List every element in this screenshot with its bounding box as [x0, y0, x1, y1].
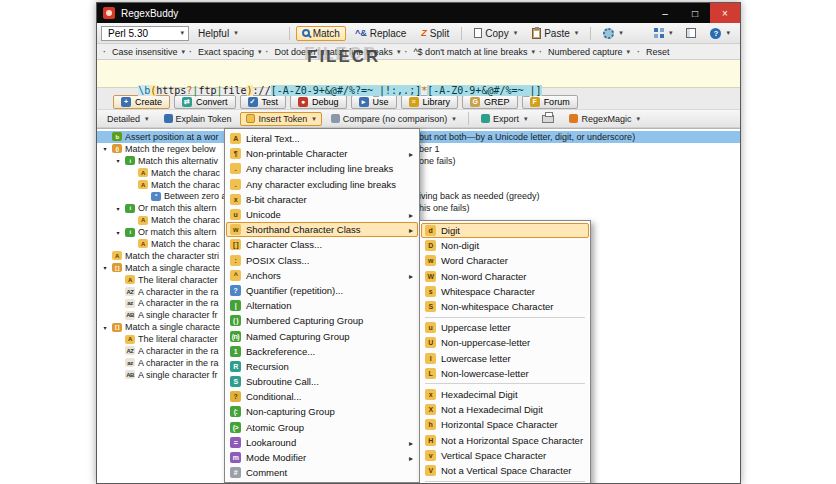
regex-option-dropdown[interactable]: Exact spacing: [187, 47, 264, 57]
tree-node-label: Match the charac: [151, 168, 220, 178]
create-page-toolbar: Detailed Explain Token Insert Token Comp…: [97, 110, 740, 128]
submenu-item[interactable]: u Uppercase letter: [421, 320, 589, 335]
menu-item[interactable]: [ ] Character Class...: [226, 237, 418, 252]
menu-item[interactable]: # Comment: [226, 465, 418, 480]
match-button[interactable]: Match: [296, 26, 346, 41]
submenu-item[interactable]: U Non-uppercase-letter: [421, 335, 589, 350]
regexmagic-dropdown[interactable]: RegexMagic: [563, 112, 646, 126]
menu-item[interactable]: (: Non-capturing Group: [226, 404, 418, 419]
regex-option-dropdown[interactable]: Case insensitive: [101, 47, 187, 57]
menu-item[interactable]: A Literal Text...: [226, 131, 418, 146]
expander-icon[interactable]: ▾: [114, 157, 122, 164]
expander-icon[interactable]: ▾: [101, 145, 109, 152]
page-tab[interactable]: ⇄ Convert: [174, 95, 236, 109]
submenu-item[interactable]: l Lowercase letter: [421, 351, 589, 366]
tab-label: Create: [135, 97, 162, 107]
regex-token: [-A-Z0-9+&@#/%?=~_|!:,.;]: [271, 85, 422, 96]
caret-down-icon: [452, 115, 456, 123]
page-tab[interactable]: G GREP: [462, 95, 518, 109]
menu-item[interactable]: (n) Named Capturing Group: [226, 328, 418, 343]
submenu-item[interactable]: w Word Character: [421, 253, 589, 268]
menu-item-icon: ^: [230, 270, 241, 281]
maximize-button[interactable]: □: [680, 3, 710, 23]
tab-icon: +: [121, 97, 131, 107]
menu-item[interactable]: x 8-bit character: [226, 192, 418, 207]
menu-item[interactable]: . Any character excluding line breaks: [226, 177, 418, 192]
panels-button[interactable]: [680, 26, 702, 41]
minimize-button[interactable]: –: [650, 3, 680, 23]
close-button[interactable]: ×: [710, 3, 740, 23]
page-tab[interactable]: F Forum: [522, 95, 578, 109]
submenu-item[interactable]: s Whitespace Character: [421, 284, 589, 299]
regex-editor[interactable]: \b(https?|ftp|file)://[-A-Z0-9+&@#/%?=~_…: [97, 60, 740, 88]
submenu-item[interactable]: D Non-digit: [421, 238, 589, 253]
copy-button[interactable]: Copy: [468, 26, 523, 41]
page-tab[interactable]: + Create: [113, 95, 170, 109]
flavor-select[interactable]: Perl 5.30: [101, 26, 189, 41]
reset-button[interactable]: Reset: [635, 47, 672, 57]
expander-icon[interactable]: ▾: [101, 264, 109, 271]
tree-node-label: A character in the ra: [138, 346, 219, 356]
insert-token-button[interactable]: Insert Token: [240, 112, 321, 126]
caret-down-icon: [619, 29, 623, 37]
page-tab[interactable]: ▸ Use: [351, 95, 397, 109]
regex-token: file: [222, 85, 246, 96]
menu-item[interactable]: | Alternation: [226, 298, 418, 313]
tab-icon: ⇄: [182, 97, 192, 107]
page-tab[interactable]: ● Debug: [290, 95, 347, 109]
submenu-item[interactable]: W Non-word Character: [421, 269, 589, 284]
export-dropdown[interactable]: Export: [475, 112, 534, 126]
settings-dropdown[interactable]: [597, 26, 629, 41]
caret-down-icon: [669, 29, 673, 37]
regex-option-dropdown[interactable]: ^$ don't match at line breaks: [402, 47, 537, 57]
menu-item[interactable]: ? Conditional...: [226, 389, 418, 404]
tree-node-icon: az: [125, 358, 135, 367]
menu-item[interactable]: ? Quantifier (repetition)...: [226, 283, 418, 298]
submenu-item[interactable]: L Non-lowercase-letter: [421, 366, 589, 381]
submenu-item[interactable]: [421, 478, 589, 484]
submenu-item[interactable]: V Not a Vertical Space Character: [421, 463, 589, 478]
help-dropdown[interactable]: [704, 26, 736, 41]
menu-item[interactable]: = Lookaround: [226, 435, 418, 450]
explain-token-button[interactable]: Explain Token: [158, 112, 238, 126]
expander-icon[interactable]: ▾: [101, 324, 109, 331]
menu-item[interactable]: ( ) Numbered Capturing Group: [226, 313, 418, 328]
menu-item[interactable]: 1 Backreference...: [226, 344, 418, 359]
menu-item[interactable]: : POSIX Class...: [226, 253, 418, 268]
page-tab[interactable]: ✓ Test: [240, 95, 287, 109]
expander-icon[interactable]: ▾: [114, 205, 122, 212]
detail-level-dropdown[interactable]: Detailed: [101, 112, 155, 126]
regex-text: \b(https?|ftp|file)://[-A-Z0-9+&@#/%?=~_…: [102, 63, 735, 96]
submenu-item[interactable]: d Digit: [421, 223, 589, 238]
titlebar[interactable]: RegexBuddy – □ ×: [97, 3, 740, 23]
menu-item[interactable]: m Mode Modifier: [226, 450, 418, 465]
menu-item[interactable]: . Any character including line breaks: [226, 161, 418, 176]
layout-dropdown[interactable]: [648, 26, 679, 41]
print-button[interactable]: [536, 113, 560, 125]
submenu-item[interactable]: x Hexadecimal Digit: [421, 387, 589, 402]
regex-option-dropdown[interactable]: Numbered capture: [537, 47, 632, 57]
menu-item[interactable]: w Shorthand Character Class: [226, 222, 418, 237]
submenu-item[interactable]: h Horizontal Space Character: [421, 417, 589, 432]
helpful-dropdown[interactable]: Helpful: [192, 26, 244, 41]
menu-item[interactable]: u Unicode: [226, 207, 418, 222]
menu-item[interactable]: S Subroutine Call...: [226, 374, 418, 389]
page-tab[interactable]: ≡ Library: [401, 95, 459, 109]
menu-item[interactable]: R Recursion: [226, 359, 418, 374]
submenu-item[interactable]: S Non-whitespace Character: [421, 299, 589, 314]
menu-item[interactable]: ¶ Non-printable Character: [226, 146, 418, 161]
expander-icon[interactable]: ▾: [114, 229, 122, 236]
submenu-arrow-icon: [409, 209, 413, 220]
regex-option-dropdown[interactable]: Dot doesn't match line breaks: [264, 47, 403, 57]
paste-button[interactable]: Paste: [526, 26, 584, 41]
submenu-item[interactable]: H Not a Horizontal Space Character: [421, 432, 589, 447]
submenu-item[interactable]: X Not a Hexadecimal Digit: [421, 402, 589, 417]
compare-dropdown[interactable]: Compare (no comparison): [325, 112, 462, 126]
insert-token-menu: A Literal Text... ¶ Non-printable Charac…: [224, 128, 420, 483]
split-button[interactable]: Z Split: [415, 26, 455, 41]
replace-button[interactable]: ^& Replace: [349, 26, 412, 41]
menu-item[interactable]: ^ Anchors: [226, 268, 418, 283]
submenu-item[interactable]: v Vertical Space Character: [421, 448, 589, 463]
menu-item[interactable]: (> Atomic Group: [226, 420, 418, 435]
split-icon: Z: [421, 28, 427, 38]
